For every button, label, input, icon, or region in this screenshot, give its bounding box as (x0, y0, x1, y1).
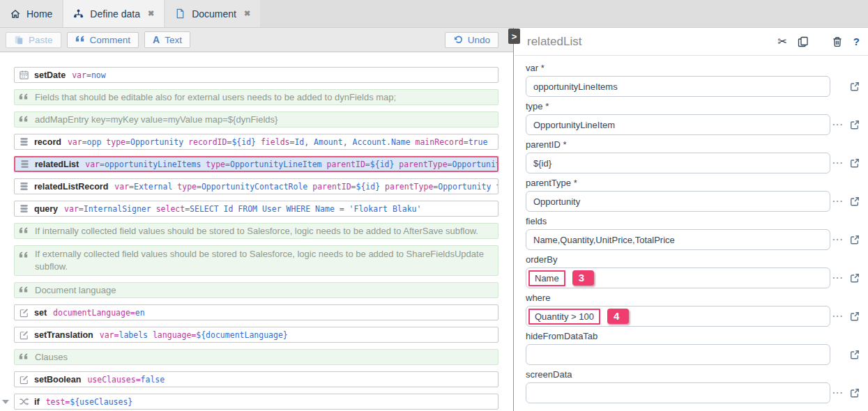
field-input[interactable]: OpportunityLineItem (526, 114, 830, 135)
command-name: query (34, 204, 58, 214)
command-attrs: var=opportunityLineItems type=Opportunit… (85, 160, 498, 169)
more-options-icon[interactable]: ··· (832, 160, 844, 166)
more-options-icon[interactable]: ··· (832, 121, 844, 128)
field-value: Name (528, 270, 565, 286)
field-actions: ··· (830, 158, 867, 168)
sitemap-icon (73, 8, 84, 20)
database-icon (19, 181, 29, 192)
edit-icon (19, 374, 29, 385)
external-link-icon[interactable] (850, 350, 860, 359)
field-parentType: parentType *Opportunity··· (526, 178, 868, 212)
more-options-icon[interactable]: ··· (832, 389, 844, 396)
external-link-icon[interactable] (850, 120, 860, 130)
command-name: relatedList (35, 160, 79, 169)
field-label: hideFromDataTab (526, 331, 868, 341)
comment-button[interactable]: Comment (67, 32, 139, 48)
flow-row-relatedListRecord[interactable]: relatedListRecordvar=External type=Oppor… (14, 178, 498, 194)
field-input[interactable]: ${id} (526, 153, 830, 173)
edit-icon (19, 329, 29, 340)
field-value: Opportunity (533, 196, 580, 207)
close-icon[interactable]: ✖ (148, 9, 154, 18)
external-link-icon[interactable] (850, 388, 860, 398)
quote-icon (19, 249, 29, 260)
flow-row-setDate[interactable]: setDatevar=now (14, 67, 498, 83)
field-where: whereQuantity > 1004··· (526, 293, 868, 327)
tab-label: Document (192, 8, 236, 20)
flow-row-comment[interactable]: If externally collected field values sho… (14, 245, 498, 276)
field-input[interactable]: Opportunity (526, 191, 830, 212)
external-link-icon[interactable] (850, 196, 860, 206)
command-name: setDate (34, 70, 66, 80)
flow-row-set[interactable]: setdocumentLanguage=en (14, 304, 498, 320)
field-value: Quantity > 100 (528, 309, 600, 325)
field-hideFromDataTab: hideFromDataTab (526, 331, 868, 365)
field-actions (830, 350, 867, 359)
command-attrs: var=opp type=Opportunity recordID=${id} … (68, 137, 487, 147)
flow-row-comment[interactable]: If internally collected field values sho… (14, 223, 498, 239)
cut-icon[interactable]: ✂ (777, 35, 786, 48)
field-input[interactable]: opportunityLineItems (526, 76, 830, 97)
copy-icon[interactable] (798, 36, 809, 47)
field-input[interactable] (526, 344, 830, 365)
field-value: opportunityLineItems (533, 82, 618, 92)
field-input[interactable]: Name3 (526, 267, 830, 288)
tab-document[interactable]: Document✖ (165, 0, 260, 27)
properties-field-list: var *opportunityLineItemstype *Opportuni… (515, 56, 868, 403)
field-fields: fieldsName,Quantity,UnitPrice,TotalPrice… (526, 216, 868, 250)
external-link-icon[interactable] (850, 311, 860, 321)
comment-text: If internally collected field values sho… (35, 226, 478, 236)
text-button[interactable]: A Text (144, 31, 190, 48)
flow-row-record[interactable]: recordvar=opp type=Opportunity recordID=… (14, 134, 498, 150)
external-link-icon[interactable] (850, 158, 860, 168)
flow-row-comment[interactable]: Document language (14, 282, 498, 298)
home-icon (10, 8, 21, 20)
flow-row-setTranslation[interactable]: setTranslationvar=labels language=${docu… (14, 327, 498, 343)
field-label: parentType * (526, 178, 868, 188)
collapse-caret-icon[interactable] (2, 400, 9, 404)
quote-icon (19, 285, 29, 295)
flow-row-setBoolean[interactable]: setBooleanuseClauses=false (14, 371, 498, 387)
annotation-badge: 4 (607, 309, 629, 324)
flow-row-relatedList[interactable]: relatedListvar=opportunityLineItems type… (14, 156, 498, 172)
flow-row-comment[interactable]: Fields that should be editable also for … (14, 89, 498, 105)
more-options-icon[interactable]: ··· (832, 236, 844, 243)
flow-row-comment[interactable]: addMapEntry key=myKey value=myValue map=… (14, 111, 498, 127)
properties-panel: relatedList ✂ ? var *opportunityLineItem… (515, 28, 868, 411)
panel-collapse-button[interactable]: > (508, 29, 520, 44)
field-actions: ··· (830, 273, 867, 283)
field-input[interactable] (526, 382, 830, 403)
tab-define-data[interactable]: Define data✖ (63, 0, 164, 27)
field-input[interactable]: Name,Quantity,UnitPrice,TotalPrice (526, 229, 830, 250)
flow-row-comment[interactable]: Clauses (14, 349, 498, 365)
document-icon (175, 8, 186, 20)
command-attrs: var=External type=OpportunityContactRole… (114, 182, 498, 192)
field-label: screenData (526, 369, 868, 380)
help-icon[interactable]: ? (853, 36, 860, 47)
field-screenData: screenData··· (526, 369, 868, 403)
database-icon (19, 137, 29, 147)
field-var: var *opportunityLineItems (526, 63, 868, 97)
command-name: if (34, 397, 40, 407)
more-options-icon[interactable]: ··· (832, 274, 844, 281)
undo-button[interactable]: Undo (445, 32, 498, 48)
database-icon (20, 159, 30, 169)
delete-icon[interactable] (832, 36, 843, 47)
external-link-icon[interactable] (850, 235, 860, 245)
close-icon[interactable]: ✖ (244, 9, 250, 18)
field-actions: ··· (830, 196, 867, 206)
tab-label: Home (26, 8, 52, 20)
external-link-icon[interactable] (850, 82, 860, 91)
quote-icon (75, 35, 85, 45)
panel-title: relatedList (527, 35, 767, 49)
paste-button[interactable]: Paste (6, 32, 61, 48)
field-input[interactable]: Quantity > 1004 (526, 306, 830, 327)
app-window: HomeDefine data✖Document✖ Paste Comment … (0, 0, 868, 411)
tab-home[interactable]: Home (0, 0, 62, 27)
field-value: OpportunityLineItem (533, 120, 615, 130)
more-options-icon[interactable]: ··· (832, 198, 844, 205)
flow-row-if[interactable]: iftest=${useClauses} (14, 394, 498, 410)
flow-row-query[interactable]: queryvar=InternalSigner select=SELECT Id… (14, 201, 498, 217)
command-attrs: useClauses=false (87, 375, 165, 385)
more-options-icon[interactable]: ··· (832, 313, 844, 320)
external-link-icon[interactable] (850, 273, 860, 283)
